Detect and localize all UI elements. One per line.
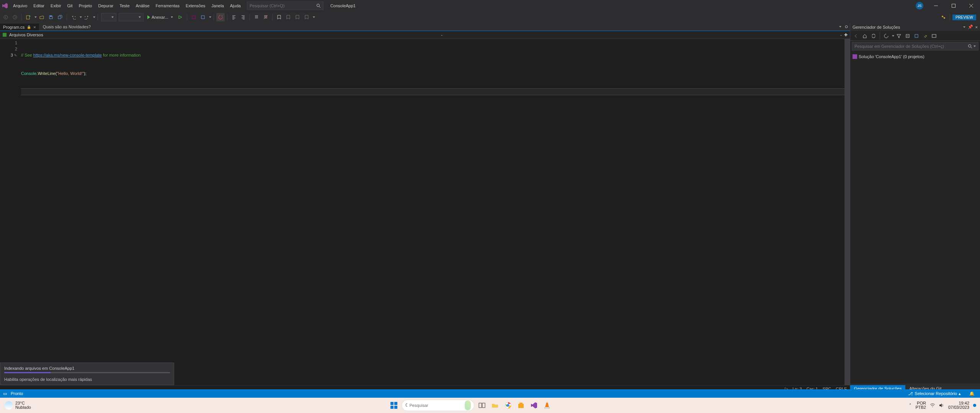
- solution-root[interactable]: Solução 'ConsoleApp1' (0 projetos): [853, 53, 978, 60]
- nav-fwd-icon[interactable]: [11, 13, 19, 21]
- save-icon[interactable]: [47, 13, 55, 21]
- undo-icon[interactable]: [69, 13, 78, 21]
- tray-expand-icon[interactable]: ˄: [909, 403, 911, 408]
- user-avatar[interactable]: JS: [916, 2, 923, 10]
- wifi-icon[interactable]: [930, 403, 935, 408]
- visual-studio-icon[interactable]: [529, 400, 539, 411]
- indent-left-icon[interactable]: [230, 13, 238, 21]
- task-view-icon[interactable]: [477, 400, 487, 411]
- tab-program-cs[interactable]: Program.cs 🔒 ×: [0, 23, 39, 31]
- file-explorer-icon[interactable]: [490, 400, 500, 411]
- notification-dot-icon[interactable]: [973, 404, 976, 407]
- bookmark-next-icon[interactable]: [293, 13, 302, 21]
- chevron-down-icon[interactable]: [93, 16, 95, 18]
- comment-icon[interactable]: [252, 13, 261, 21]
- panel-close-icon[interactable]: ×: [975, 25, 978, 29]
- output-icon[interactable]: ▭: [3, 391, 7, 396]
- step-out-icon[interactable]: [189, 13, 198, 21]
- navbar-type-dropdown[interactable]: -: [840, 33, 842, 37]
- indent-right-icon[interactable]: [239, 13, 247, 21]
- repo-selector[interactable]: ⎇ Selecionar Repositório ▴: [906, 389, 963, 398]
- panel-dropdown-icon[interactable]: [962, 26, 965, 28]
- chevron-down-icon[interactable]: [80, 16, 82, 18]
- menu-janela[interactable]: Janela: [208, 0, 227, 11]
- store-icon[interactable]: [516, 400, 526, 411]
- uncomment-icon[interactable]: [261, 13, 270, 21]
- sln-collapse-icon[interactable]: [903, 32, 912, 40]
- menu-arquivo[interactable]: Arquivo: [10, 0, 30, 11]
- sln-refresh-icon[interactable]: [882, 32, 890, 40]
- start-button[interactable]: Anexar...: [145, 13, 175, 21]
- tab-dropdown-icon[interactable]: [836, 23, 843, 31]
- vlc-icon[interactable]: [542, 400, 552, 411]
- sln-home-icon[interactable]: [861, 32, 869, 40]
- taskbar-search-input[interactable]: [410, 403, 462, 408]
- tray-clock[interactable]: 19:42 07/03/2023: [948, 401, 969, 410]
- notifications-button[interactable]: 🔔: [967, 389, 977, 398]
- sln-filter-icon[interactable]: [895, 32, 903, 40]
- repo-label: Selecionar Repositório: [915, 391, 957, 396]
- vertical-scrollbar[interactable]: [844, 39, 850, 385]
- start-button[interactable]: [389, 400, 399, 411]
- menu-depurar[interactable]: Depurar: [95, 0, 116, 11]
- play-outline-icon[interactable]: [176, 13, 185, 21]
- config-dropdown[interactable]: [101, 13, 116, 21]
- panel-pin-icon[interactable]: 📌: [968, 24, 973, 29]
- code-editor[interactable]: 1 2 3 ✎ // See https://aka.ms/new-consol…: [0, 39, 850, 385]
- solution-search[interactable]: [852, 42, 978, 50]
- live-share-icon[interactable]: [939, 13, 947, 21]
- bookmark-icon[interactable]: [275, 13, 283, 21]
- volume-icon[interactable]: [939, 403, 944, 408]
- tab-settings-icon[interactable]: [843, 23, 850, 31]
- bookmark-prev-icon[interactable]: [284, 13, 292, 21]
- sln-back-icon[interactable]: [852, 32, 860, 40]
- chevron-down-icon: [171, 16, 173, 18]
- navbar-scope[interactable]: Arquivos Diversos: [9, 33, 43, 37]
- chevron-down-icon[interactable]: [34, 16, 37, 18]
- menu-projeto[interactable]: Projeto: [76, 0, 95, 11]
- menu-ferramentas[interactable]: Ferramentas: [153, 0, 183, 11]
- minimize-button[interactable]: [927, 0, 945, 11]
- save-all-icon[interactable]: [56, 13, 64, 21]
- sln-properties-icon[interactable]: [921, 32, 929, 40]
- sln-showall-icon[interactable]: [912, 32, 921, 40]
- split-editor-icon[interactable]: ✚: [844, 33, 848, 37]
- close-tab-icon[interactable]: ×: [33, 25, 36, 29]
- bookmark-clear-icon[interactable]: [302, 13, 311, 21]
- close-button[interactable]: [962, 0, 980, 11]
- toast-subtitle: Habilita operações de localização mais r…: [4, 377, 170, 382]
- quick-search[interactable]: [247, 2, 323, 10]
- sln-sync-icon[interactable]: [869, 32, 878, 40]
- chevron-down-icon[interactable]: [973, 46, 976, 47]
- maximize-button[interactable]: [945, 0, 962, 11]
- solution-search-input[interactable]: [854, 44, 968, 49]
- new-item-icon[interactable]: [24, 13, 33, 21]
- platform-dropdown[interactable]: [119, 13, 144, 21]
- code-content[interactable]: // See https://aka.ms/new-console-templa…: [21, 39, 850, 385]
- redo-icon[interactable]: [83, 13, 91, 21]
- tab-novidades[interactable]: Quais são as Novidades?: [39, 23, 95, 31]
- quick-search-input[interactable]: [250, 3, 316, 8]
- menu-ajuda[interactable]: Ajuda: [227, 0, 244, 11]
- open-icon[interactable]: [38, 13, 46, 21]
- menu-exibir[interactable]: Exibir: [47, 0, 64, 11]
- solution-tree[interactable]: Solução 'ConsoleApp1' (0 projetos): [850, 52, 980, 384]
- tray-language[interactable]: POR PTB2: [915, 401, 926, 410]
- box-icon[interactable]: [199, 13, 207, 21]
- chevron-up-icon: ▴: [959, 391, 961, 396]
- menu-editar[interactable]: Editar: [30, 0, 47, 11]
- chrome-icon[interactable]: [503, 400, 513, 411]
- nav-back-icon[interactable]: [2, 13, 10, 21]
- navbar-member-dropdown[interactable]: -: [441, 33, 443, 37]
- chevron-down-icon[interactable]: [313, 16, 315, 18]
- taskbar-search[interactable]: [402, 400, 474, 411]
- menu-git[interactable]: Git: [64, 0, 76, 11]
- taskbar-weather[interactable]: 23°C Nublado: [0, 401, 36, 410]
- menu-analise[interactable]: Análise: [133, 0, 153, 11]
- sln-preview-icon[interactable]: [930, 32, 938, 40]
- hot-reload-icon[interactable]: [216, 13, 225, 21]
- menu-extensoes[interactable]: Extensões: [183, 0, 208, 11]
- chevron-down-icon[interactable]: [209, 16, 211, 18]
- menu-teste[interactable]: Teste: [116, 0, 132, 11]
- chevron-down-icon[interactable]: [892, 35, 894, 37]
